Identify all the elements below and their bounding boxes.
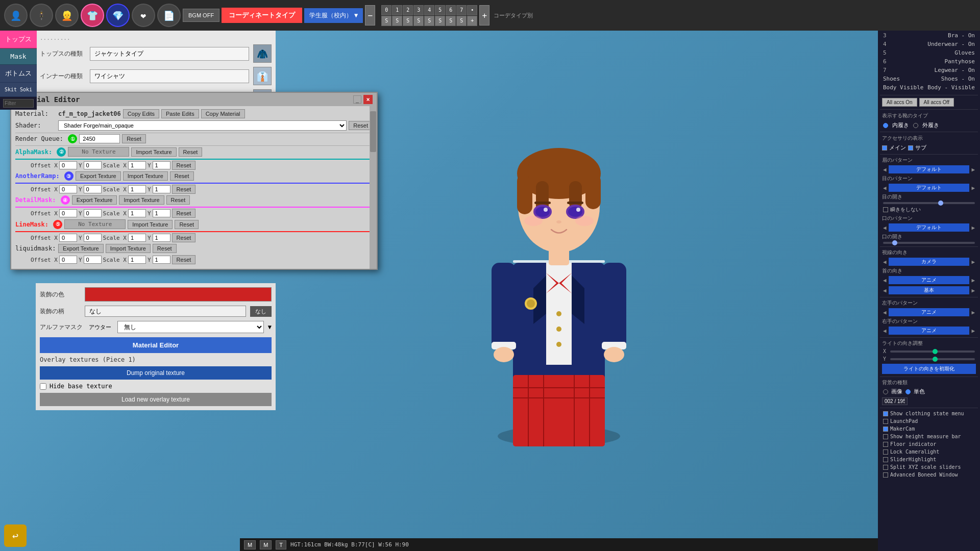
- dm-offset-y-input[interactable]: [84, 209, 102, 217]
- num-0[interactable]: 0: [381, 5, 391, 15]
- eye-open-thumb[interactable]: [938, 201, 943, 206]
- inner-shoe-radio[interactable]: [883, 123, 888, 128]
- line-mask-reset-btn[interactable]: Reset: [175, 220, 199, 229]
- maker-cam-checkbox[interactable]: [883, 427, 888, 432]
- pose-value[interactable]: 基本: [889, 286, 970, 294]
- icon-body-btn[interactable]: 🕴: [30, 4, 53, 27]
- num-s7[interactable]: S: [456, 16, 467, 26]
- am-scale-y-input[interactable]: [153, 161, 170, 169]
- am-offset-reset-btn[interactable]: Reset: [172, 161, 196, 170]
- icon-accessory-btn[interactable]: 💎: [106, 4, 130, 27]
- render-queue-reset-btn[interactable]: Reset: [122, 134, 146, 143]
- detail-mask-import-btn[interactable]: Import Texture: [119, 195, 164, 205]
- show-clothing-checkbox[interactable]: [883, 411, 888, 416]
- num-s0[interactable]: S: [381, 16, 391, 26]
- dm-offset-x-input[interactable]: [59, 209, 77, 217]
- t-button[interactable]: T: [276, 540, 286, 549]
- slider-highlight-checkbox[interactable]: [883, 457, 888, 462]
- num-s3[interactable]: S: [413, 16, 424, 26]
- lm-scale-x-input[interactable]: [128, 234, 146, 242]
- launchpad-checkbox[interactable]: [883, 419, 888, 424]
- detail-mask-export-btn[interactable]: Export Texture: [72, 195, 117, 205]
- me-scroll-thumb[interactable]: [370, 111, 376, 152]
- neck-left-arrow[interactable]: ◀: [883, 277, 887, 284]
- material-editor-titlebar[interactable]: Material Editor _ ×: [11, 93, 377, 106]
- icon-face-btn[interactable]: 👤: [4, 4, 28, 27]
- filter-box[interactable]: [0, 97, 37, 110]
- dm-scale-x-input[interactable]: [128, 209, 146, 217]
- load-overlay-texture-btn[interactable]: Load new overlay texture: [40, 393, 272, 406]
- solid-radio[interactable]: [905, 389, 911, 394]
- filter-input[interactable]: [3, 99, 34, 108]
- no-blink-checkbox[interactable]: [883, 207, 888, 212]
- light-x-thumb[interactable]: [933, 349, 938, 354]
- num-s6[interactable]: S: [446, 16, 456, 26]
- lq-scale-y-input[interactable]: [153, 256, 170, 264]
- mouth-left-arrow[interactable]: ◀: [883, 224, 887, 231]
- dm-offset-reset-btn[interactable]: Reset: [172, 209, 196, 218]
- light-y-thumb[interactable]: [933, 357, 938, 362]
- alpha-select[interactable]: 無し: [117, 321, 264, 333]
- tab-mask[interactable]: Mask: [0, 48, 37, 65]
- num-2[interactable]: 2: [403, 5, 413, 15]
- inner-type-icon[interactable]: 👔: [253, 67, 272, 85]
- tab-skirt[interactable]: Skit Soki: [0, 83, 37, 97]
- me-scrollbar[interactable]: [370, 106, 377, 269]
- m2-button[interactable]: M: [260, 540, 272, 549]
- pose-left-arrow[interactable]: ◀: [883, 287, 887, 294]
- am-offset-x-input[interactable]: [59, 161, 77, 169]
- image-radio[interactable]: [883, 389, 888, 394]
- gaze-left-arrow[interactable]: ◀: [883, 259, 887, 265]
- icon-clothes-btn[interactable]: 👕: [81, 4, 104, 27]
- pattern-input[interactable]: [85, 306, 246, 317]
- another-ramp-export-btn[interactable]: Export Texture: [76, 171, 121, 181]
- school-select[interactable]: 学生服（校内） ▼: [304, 8, 363, 23]
- tab-tops[interactable]: トップス: [0, 31, 37, 48]
- top-type-select[interactable]: ジャケットタイプ: [90, 47, 249, 61]
- plus-button[interactable]: +: [479, 5, 489, 26]
- num-s4[interactable]: S: [424, 16, 434, 26]
- rh-right-arrow[interactable]: ▶: [971, 328, 975, 334]
- eyebrow-left-arrow[interactable]: ◀: [883, 166, 887, 173]
- another-ramp-import-btn[interactable]: Import Texture: [123, 171, 168, 181]
- num-4[interactable]: 4: [424, 5, 434, 15]
- hide-base-checkbox[interactable]: [40, 383, 46, 390]
- icon-heart-btn[interactable]: ❤️: [132, 4, 155, 27]
- me-minimize-btn[interactable]: _: [353, 95, 361, 104]
- eyebrow-right-arrow[interactable]: ▶: [971, 166, 975, 173]
- num-s1[interactable]: S: [392, 16, 402, 26]
- bg-num-input[interactable]: [882, 397, 908, 405]
- eye-value[interactable]: デフォルト: [889, 184, 970, 192]
- num-3[interactable]: 3: [413, 5, 424, 15]
- inner-type-select[interactable]: ワイシャツ: [90, 69, 249, 83]
- material-editor-button[interactable]: Material Editor: [40, 337, 272, 353]
- shader-reset-btn[interactable]: Reset: [349, 121, 373, 130]
- top-type-icon[interactable]: 🧥: [253, 44, 272, 63]
- floor-indicator-checkbox[interactable]: [883, 442, 888, 447]
- rh-left-arrow[interactable]: ◀: [883, 328, 887, 334]
- copy-edits-button[interactable]: Copy Edits: [123, 109, 159, 118]
- lh-left-arrow[interactable]: ◀: [883, 309, 887, 316]
- lm-scale-y-input[interactable]: [153, 234, 170, 242]
- outer-shoe-radio[interactable]: [913, 123, 918, 128]
- liquid-mask-export-btn[interactable]: Export Texture: [58, 244, 104, 253]
- bgm-button[interactable]: BGM OFF: [183, 9, 219, 22]
- copy-material-button[interactable]: Copy Material: [201, 109, 245, 118]
- icon-document-btn[interactable]: 📄: [157, 4, 181, 27]
- num-1[interactable]: 1: [392, 5, 402, 15]
- gaze-right-arrow[interactable]: ▶: [971, 259, 975, 265]
- show-height-checkbox[interactable]: [883, 434, 888, 439]
- shader-select[interactable]: Shader Forge/main_opaque: [58, 120, 347, 131]
- liquid-mask-import-btn[interactable]: Import Texture: [106, 244, 151, 253]
- neck-value[interactable]: アニメ: [889, 276, 970, 284]
- lq-offset-reset-btn[interactable]: Reset: [172, 255, 196, 264]
- ar-offset-x-input[interactable]: [59, 185, 77, 193]
- rh-value[interactable]: アニメ: [889, 327, 970, 335]
- am-scale-x-input[interactable]: [128, 161, 146, 169]
- main-checkbox[interactable]: [882, 145, 887, 151]
- sub-checkbox[interactable]: [908, 145, 913, 151]
- all-accs-off-btn[interactable]: All accs Off: [919, 98, 954, 107]
- detail-mask-reset-btn[interactable]: Reset: [166, 195, 190, 205]
- lh-value[interactable]: アニメ: [889, 308, 970, 316]
- pose-right-arrow[interactable]: ▶: [971, 287, 975, 294]
